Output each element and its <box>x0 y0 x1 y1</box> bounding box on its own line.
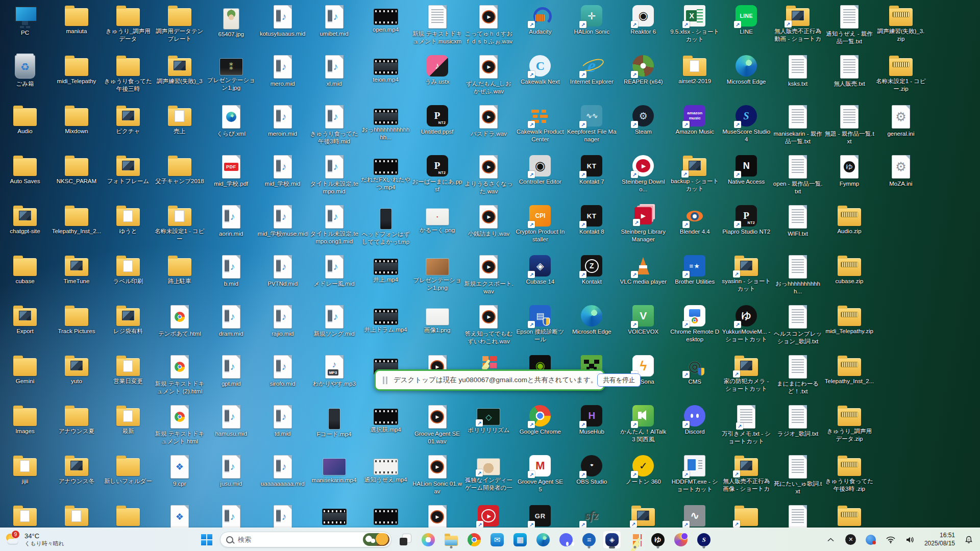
desktop-icon-r1c18[interactable]: 調声練習(失敗)_3.zip <box>876 5 925 43</box>
steinberg-icon[interactable]: ≡ <box>580 531 598 549</box>
desktop-icon-r3c6[interactable]: ♪meroin.mid <box>258 105 307 138</box>
desktop-icon-keepforest-file-manager[interactable]: ∿∿↗Keepforest File Manager <box>567 105 616 143</box>
desktop-icon-r7c4[interactable]: テンポあて.html <box>155 305 204 338</box>
mail-icon[interactable]: ✉ <box>488 531 506 549</box>
desktop-icon-reaktor-6[interactable]: ◉↗Reaktor 6 <box>619 5 668 36</box>
desktop-icon-r7c10[interactable]: ▶答え知ってでもむずいわこれ.wav <box>464 305 513 345</box>
desktop-icon-aitalk-3[interactable]: ↗かんたん！AITalk 3 関西風 <box>619 405 668 443</box>
desktop-icon-r8c7[interactable]: ♪MP3わかりやす.mp3 <box>310 355 359 388</box>
desktop-icon-musehub[interactable]: H↗MuseHub <box>567 405 616 436</box>
desktop-icon-r9c8[interactable]: 選択肢.mp4 <box>361 405 410 434</box>
desktop-icon-r7c2[interactable]: Track Pictures <box>52 305 101 335</box>
desktop-icon-r10c4[interactable]: ❖9.cpr <box>155 455 204 488</box>
weather-widget[interactable]: 9 34°C くもり時々晴れ <box>5 528 64 551</box>
desktop-icon-r10c17[interactable]: きゅうり食ってた午後3時 .zip <box>825 455 874 493</box>
desktop-icon-r6c7[interactable]: ♪メドレー風.mid <box>310 255 359 288</box>
desktop-icon-r10c16[interactable]: 死にたい_ゅ歌詞.txt <box>773 455 822 495</box>
desktop-icon-steam[interactable]: ⚙↗Steam <box>619 105 668 136</box>
desktop-icon-r7c8[interactable]: 井上ドラム.mp4 <box>361 305 410 334</box>
desktop-icon-r8c15[interactable]: ↗家の防犯カメラ - ショートカット <box>722 355 771 393</box>
desktop-icon-hddfmt-exe[interactable]: ↗HDDFMT.exe - ショートカット <box>670 455 719 493</box>
desktop-icon-r2c5[interactable]: ⁑プレゼンテーション1.jpg <box>207 55 256 92</box>
desktop-icon-r9c7[interactable]: Fコード.mp4 <box>310 405 359 438</box>
cubase-icon[interactable]: ◈ <box>603 531 621 549</box>
file-explorer-icon[interactable] <box>442 531 460 549</box>
desktop-icon-r8c2[interactable]: yuto <box>52 355 101 385</box>
desktop-icon-piapro-studio-nt2[interactable]: PNT2↗Piapro Studio NT2 <box>722 205 771 236</box>
desktop-icon-r11c8[interactable] <box>361 505 410 524</box>
desktop-icon-r11c4[interactable]: ❖ <box>155 505 204 529</box>
desktop-icon-r1c16[interactable]: ↗無人販売不正行為動画 - ショートカット <box>773 5 822 44</box>
desktop-icon-cakewalk-next[interactable]: C↗Cakewalk Next <box>516 55 565 86</box>
desktop-icon-r1c9[interactable]: 新規 テキストドキュメント.musicxml <box>413 5 462 46</box>
desktop-icon-r5c17[interactable]: Audio.zip <box>825 205 874 235</box>
desktop-icon-r4c14[interactable]: ↗backup - ショートカット <box>670 155 719 193</box>
desktop-icon-untitled-ppsf[interactable]: PNT2Untitled.ppsf <box>413 105 462 136</box>
desktop-icon-r2c16[interactable]: ksks.txt <box>773 55 822 88</box>
desktop-icon-r9c2[interactable]: アナウンス夏 <box>52 405 101 435</box>
desktop-icon-r5c3[interactable]: ゆうと <box>104 205 153 235</box>
clipchamp-icon[interactable] <box>672 531 690 549</box>
tray-overflow-chevron-icon[interactable] <box>823 531 839 548</box>
desktop-icon-recycle-bin[interactable]: ♻ごみ箱 <box>1 55 50 88</box>
desktop-icon-r4c3[interactable]: フォトフレーム <box>104 155 153 185</box>
desktop-icon-r3c10[interactable]: ▶バスドラ.wav <box>464 105 513 138</box>
desktop-icon-r5c8[interactable]: ヘッドフォンはずしててよかっt.mp4 <box>361 205 410 247</box>
start-button[interactable] <box>198 531 215 548</box>
desktop-icon-r7c7[interactable]: ♪新規ソング.mid <box>310 305 359 338</box>
desktop-icon-native-access[interactable]: N↗Native Access <box>722 155 771 186</box>
desktop-icon-reaper[interactable]: ↗REAPER (x64) <box>619 55 668 86</box>
desktop-icon-r6c3[interactable]: ラベル印刷 <box>104 255 153 285</box>
desktop-icon-r2c14[interactable]: airset2-2019 <box>670 55 719 85</box>
desktop-icon-r4c17[interactable]: ゆFymmp <box>825 155 874 188</box>
desktop-icon-kontakt[interactable]: Z↗Kontakt <box>567 255 616 286</box>
microsoft-store-icon[interactable]: ▦ <box>511 531 529 549</box>
desktop-icon-r6c8[interactable]: 井上.mp4 <box>361 255 410 284</box>
desktop-icon-r4c1[interactable]: Auto Saves <box>1 155 50 185</box>
desktop-icon-r9c16[interactable]: ラジオ_歌詞.txt <box>773 405 822 438</box>
desktop-icon-r11c1[interactable] <box>1 505 50 526</box>
desktop-icon-r10c7[interactable]: manisekarin.mp4 <box>310 455 359 484</box>
desktop-icon-r11c2[interactable] <box>52 505 101 526</box>
desktop-icon-r1c5[interactable]: 65407.jpg <box>207 5 256 38</box>
desktop-icon-r1c7[interactable]: ♪umibet.mid <box>310 5 359 38</box>
desktop-icon-r9c15[interactable]: ↗万引きメモ.txt - ショートカット <box>722 405 771 445</box>
desktop-icon-crypton-product-installer[interactable]: CPI↗Crypton Product Installer <box>516 205 565 243</box>
desktop-icon-r3c3[interactable]: ピクチャ <box>104 105 153 135</box>
desktop-icon-r7c5[interactable]: ♪dram.mid <box>207 305 256 338</box>
desktop-icon-r3c16[interactable]: manisekarin - 親作品一覧.txt <box>773 105 822 145</box>
desktop-icon-r3c5[interactable]: くらび.xml <box>207 105 256 138</box>
desktop-icon-r8c17[interactable]: Telepathy_Inst_2... <box>825 355 874 385</box>
desktop-icon-r6c2[interactable]: TimeTune <box>52 255 101 285</box>
desktop-icon-microsoft-edge-2[interactable]: Microsoft Edge <box>567 305 616 336</box>
desktop-icon-r9c3[interactable]: 最新 <box>104 405 153 435</box>
edge-icon[interactable] <box>534 531 552 549</box>
taskbar-clock[interactable]: 16:51 2025/08/15 <box>922 532 957 547</box>
desktop-icon-kontakt-7[interactable]: KT↗Kontakt 7 <box>567 155 616 186</box>
desktop-icon-r2c10[interactable]: ▶ずんだもん_しおかぜふ.wav <box>464 55 513 95</box>
desktop-icon-r10c6[interactable]: ♪uaaaaaaaaa.mid <box>258 455 307 488</box>
chrome-icon[interactable] <box>465 531 483 549</box>
desktop-icon-r3c1[interactable]: Audio <box>1 105 50 135</box>
desktop-icon-r11c5[interactable]: ♪ <box>207 505 256 529</box>
desktop-icon-r7c17[interactable]: midi_Telepathy.zip <box>825 305 874 335</box>
desktop-icon-r3c4[interactable]: 売上 <box>155 105 204 135</box>
desktop-icon-r7c9[interactable]: 画像1.png <box>413 305 462 334</box>
desktop-icon-r6c9[interactable]: プレゼンテーション1.png <box>413 255 462 292</box>
desktop-icon-r10c15[interactable]: ↗無人販売不正行為画像 - ショートカッ... <box>722 455 771 494</box>
desktop-icon-groove-agent-se-5[interactable]: M↗Groove Agent SE 5 <box>516 455 565 493</box>
musescore-icon[interactable]: S <box>695 531 713 549</box>
desktop-icon-r9c5[interactable]: ♪hamusu.mid <box>207 405 256 438</box>
desktop-icon-r3c17[interactable]: 無題 - 親作品一覧.txt <box>825 105 874 145</box>
desktop-icon-voicevox[interactable]: V↗VOICEVOX <box>619 305 668 336</box>
desktop-icon-vlc[interactable]: ↗VLC media player <box>619 255 668 286</box>
desktop-icon-r8c1[interactable]: Gemini <box>1 355 50 385</box>
desktop-icon-brother-utilities[interactable]: ≡★↗Brother Utilities <box>670 255 719 286</box>
desktop-icon-discord[interactable]: ↗Discord <box>670 405 719 436</box>
desktop-icon-r8c3[interactable]: 営業日変更 <box>104 355 153 385</box>
desktop-icon-steinberg-download-assistant[interactable]: ▶↗Steinberg Downlo... <box>619 155 668 193</box>
desktop-icon-r6c17[interactable]: cubase.zip <box>825 255 874 285</box>
stop-share-tray-icon[interactable]: ✕ <box>843 531 859 548</box>
desktop-icon-r4c7[interactable]: ♪タイトル未設定.tempo.mid <box>310 155 359 195</box>
desktop-icon-r2c18[interactable]: 名称未設定1 - コピー.zip <box>876 55 925 93</box>
